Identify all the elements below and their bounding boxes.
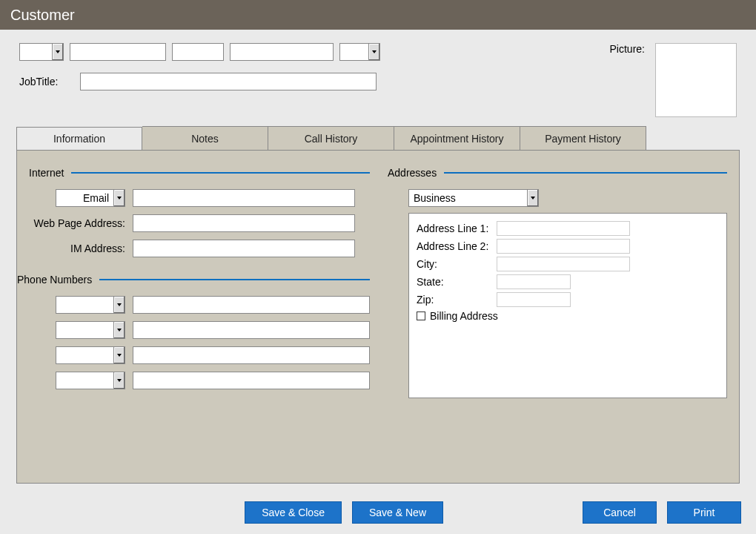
tab-information[interactable]: Information xyxy=(16,127,142,151)
email-field[interactable] xyxy=(133,189,355,207)
window-title: Customer xyxy=(0,0,756,30)
divider xyxy=(99,279,370,280)
dropdown-icon xyxy=(113,190,125,206)
billing-checkbox[interactable] xyxy=(417,312,425,320)
tab-panel-information: Internet Email Web Page Address: IM Addr… xyxy=(16,150,740,484)
phone-field-3[interactable] xyxy=(133,346,370,364)
billing-label: Billing Address xyxy=(430,310,498,322)
divider xyxy=(444,172,727,174)
picture-label: Picture: xyxy=(610,43,645,117)
jobtitle-label: JobTitle: xyxy=(19,76,58,88)
addr-line2-label: Address Line 2: xyxy=(417,240,491,252)
tab-call-history[interactable]: Call History xyxy=(268,126,394,150)
print-button[interactable]: Print xyxy=(667,501,741,524)
dropdown-icon xyxy=(527,190,538,206)
first-name-field[interactable] xyxy=(70,43,166,61)
address-type-select[interactable]: Business xyxy=(408,189,539,207)
divider xyxy=(71,172,370,174)
tab-appointment-history[interactable]: Appointment History xyxy=(394,126,520,150)
addr-line1-field[interactable] xyxy=(497,221,630,236)
addr-city-field[interactable] xyxy=(497,257,630,271)
addr-zip-label: Zip: xyxy=(417,294,491,306)
suffix-select[interactable] xyxy=(339,43,380,61)
phone-heading: Phone Numbers xyxy=(17,274,92,286)
phone-field-2[interactable] xyxy=(133,321,370,339)
tab-notes[interactable]: Notes xyxy=(142,126,268,150)
cancel-button[interactable]: Cancel xyxy=(583,501,657,524)
phone-field-4[interactable] xyxy=(133,372,370,389)
save-close-button[interactable]: Save & Close xyxy=(245,501,342,524)
addr-city-label: City: xyxy=(417,258,491,270)
address-type-value: Business xyxy=(409,192,527,204)
phone-type-select-1[interactable] xyxy=(56,296,125,314)
phone-field-1[interactable] xyxy=(133,296,370,314)
email-type-value: Email xyxy=(56,192,113,204)
dropdown-icon xyxy=(113,297,125,313)
dropdown-icon xyxy=(52,44,63,60)
middle-name-field[interactable] xyxy=(172,43,224,61)
web-field[interactable] xyxy=(133,214,355,232)
internet-heading: Internet xyxy=(29,167,64,179)
phone-type-select-2[interactable] xyxy=(56,321,125,339)
addr-line2-field[interactable] xyxy=(497,239,630,254)
im-label: IM Address: xyxy=(29,243,125,254)
title-text: Customer xyxy=(10,7,75,24)
phone-type-select-4[interactable] xyxy=(56,372,125,389)
picture-placeholder[interactable] xyxy=(655,43,737,117)
tab-strip: Information Notes Call History Appointme… xyxy=(16,126,740,150)
addr-zip-field[interactable] xyxy=(497,292,571,307)
addresses-heading: Addresses xyxy=(388,167,437,179)
dropdown-icon xyxy=(368,44,379,60)
tab-payment-history[interactable]: Payment History xyxy=(520,126,646,150)
addr-line1-label: Address Line 1: xyxy=(417,222,491,234)
phone-type-select-3[interactable] xyxy=(56,346,125,364)
footer-buttons: Save & Close Save & New Cancel Print xyxy=(245,501,741,524)
web-label: Web Page Address: xyxy=(29,217,125,229)
prefix-select[interactable] xyxy=(19,43,64,61)
last-name-field[interactable] xyxy=(230,43,334,61)
addr-state-label: State: xyxy=(417,276,491,288)
jobtitle-field[interactable] xyxy=(80,73,377,90)
addr-state-field[interactable] xyxy=(497,274,571,289)
im-field[interactable] xyxy=(133,240,355,257)
dropdown-icon xyxy=(113,347,125,363)
save-new-button[interactable]: Save & New xyxy=(352,501,443,524)
email-type-select[interactable]: Email xyxy=(56,189,125,207)
dropdown-icon xyxy=(113,322,125,338)
address-panel: Address Line 1: Address Line 2: City: St… xyxy=(408,213,727,398)
dropdown-icon xyxy=(113,372,125,389)
